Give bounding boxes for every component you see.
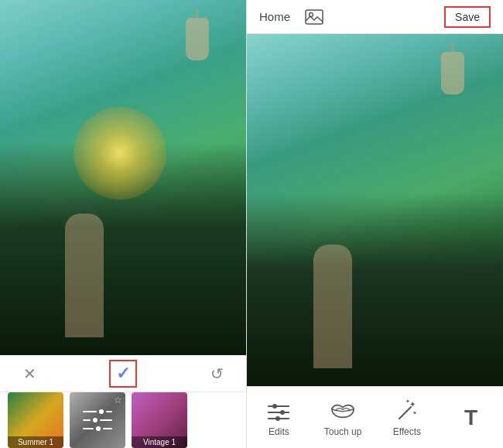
svg-text:✦: ✦ <box>412 410 417 416</box>
nav-edits-label: Edits <box>269 426 289 437</box>
filter-adjust[interactable]: ☆ <box>70 392 125 448</box>
right-panel: Home Save <box>246 0 503 448</box>
svg-text:✦: ✦ <box>405 399 410 404</box>
home-label: Home <box>259 10 290 23</box>
left-panel: ✕ ✓ ↺ Summer 1 ☆ <box>0 0 246 448</box>
left-photo <box>0 0 246 355</box>
nav-item-edits[interactable]: Edits <box>252 398 306 437</box>
svg-point-3 <box>272 404 277 409</box>
filter-vintage1[interactable]: Vintage 1 <box>132 392 187 448</box>
filter-strip: Summer 1 ☆ <box>0 392 246 448</box>
left-bottom-toolbar: ✕ ✓ ↺ Summer 1 ☆ <box>0 355 246 448</box>
person-silhouette <box>50 183 111 337</box>
lantern-decoration <box>186 18 209 60</box>
star-icon: ☆ <box>114 395 122 405</box>
text-icon: T <box>459 405 484 430</box>
right-image-area <box>247 34 503 386</box>
svg-line-8 <box>399 407 411 419</box>
right-header: Home Save <box>247 0 503 34</box>
left-image-area <box>0 0 246 355</box>
nav-item-effects[interactable]: ✦ ✦ ✦ Effects <box>380 398 434 437</box>
svg-point-7 <box>275 416 280 421</box>
wand-icon: ✦ ✦ ✦ <box>395 398 419 423</box>
right-person-silhouette <box>298 214 360 368</box>
nav-item-text[interactable]: T <box>444 405 498 430</box>
filter-summer1-label: Summer 1 <box>8 436 63 448</box>
filter-summer1[interactable]: Summer 1 <box>8 392 63 448</box>
bottom-nav: Edits Touch up ✦ ✦ <box>247 386 503 448</box>
save-button[interactable]: Save <box>444 6 491 28</box>
image-icon[interactable] <box>303 8 326 26</box>
history-button[interactable]: ↺ <box>203 360 231 388</box>
sliders-icon <box>266 398 291 423</box>
svg-rect-0 <box>306 10 323 24</box>
lips-icon <box>330 398 355 423</box>
confirm-button[interactable]: ✓ <box>109 360 137 388</box>
cancel-button[interactable]: ✕ <box>15 360 43 388</box>
nav-effects-label: Effects <box>393 426 421 437</box>
right-lantern-decoration <box>441 52 464 94</box>
nav-item-touchup[interactable]: Touch up <box>316 398 370 437</box>
svg-point-5 <box>280 410 285 415</box>
toolbar-icons-row: ✕ ✓ ↺ <box>0 355 246 392</box>
nav-touchup-label: Touch up <box>324 426 362 437</box>
filter-vintage1-label: Vintage 1 <box>132 436 187 448</box>
svg-text:✦: ✦ <box>409 400 416 409</box>
right-photo <box>247 34 503 386</box>
